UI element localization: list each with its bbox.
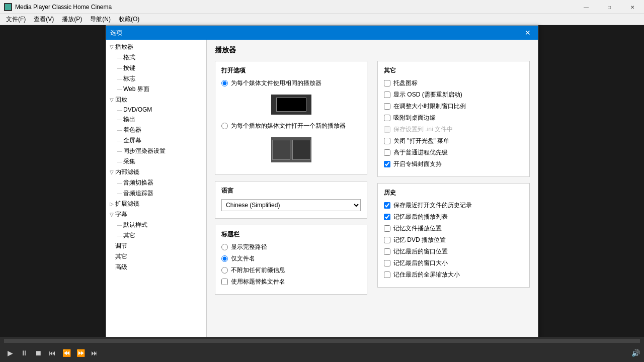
titlebar-radio1-label[interactable]: 显示完整路径: [231, 243, 267, 251]
other-opt-checkbox-7[interactable]: [384, 161, 390, 167]
other-opt-label-6[interactable]: 高于普通进程优先级: [393, 148, 448, 157]
open-option-radio2[interactable]: [221, 123, 228, 129]
tree-item-format[interactable]: — 格式: [106, 52, 206, 63]
tree-item-default-style[interactable]: — 默认样式: [106, 220, 206, 230]
history-checkbox-4[interactable]: [384, 248, 390, 255]
open-option-radio1[interactable]: [221, 80, 228, 86]
open-option-radio1-label[interactable]: 为每个媒体文件使用相同的播放器: [231, 79, 321, 87]
rewind-button[interactable]: ⏪: [60, 347, 72, 359]
open-options-box: 打开选项 为每个媒体文件使用相同的播放器: [215, 61, 367, 175]
tree-item-sub-other[interactable]: — 其它: [106, 230, 206, 241]
other-opt-checkbox-1[interactable]: [384, 92, 390, 98]
history-box: 历史 保存最近打开文件的历史记录 记忆最后的播放列表: [377, 183, 530, 288]
maximize-button[interactable]: □: [598, 0, 621, 14]
tree-item-internal-filters[interactable]: ▽ 内部滤镜: [106, 167, 206, 177]
history-opt-3: 记忆 DVD 播放位置: [384, 236, 523, 244]
other-opt-5: 关闭 "打开光盘" 菜单: [384, 137, 523, 145]
other-opt-checkbox-4[interactable]: [384, 126, 390, 133]
menu-file[interactable]: 文件(F): [2, 14, 30, 25]
titlebar-checkbox[interactable]: [221, 279, 228, 285]
history-label-3[interactable]: 记忆 DVD 播放位置: [393, 236, 446, 244]
pause-button[interactable]: ⏸: [18, 347, 30, 359]
tree-item-web[interactable]: — Web 界面: [106, 84, 206, 95]
dialog-close-button[interactable]: ✕: [522, 27, 534, 39]
titlebar-radio1[interactable]: [221, 244, 228, 250]
menu-play[interactable]: 播放(P): [58, 14, 86, 25]
other-opt-checkbox-5[interactable]: [384, 138, 390, 144]
menu-favorites[interactable]: 收藏(O): [115, 14, 143, 25]
titlebar-radio2-label[interactable]: 仅文件名: [231, 254, 255, 263]
tree-item-shader[interactable]: — 着色器: [106, 125, 206, 135]
tree-item-audio-switcher[interactable]: — 音频切换器: [106, 177, 206, 188]
other-opt-label-1[interactable]: 显示 OSD (需要重新启动): [393, 90, 462, 99]
tree-item-dvd[interactable]: — DVD/OGM: [106, 105, 206, 114]
tree-item-sync[interactable]: — 同步渲染器设置: [106, 146, 206, 156]
other-opt-2: 在调整大小时限制窗口比例: [384, 102, 523, 111]
history-label-5[interactable]: 记忆最后的窗口大小: [393, 259, 448, 267]
dash-icon6: —: [116, 117, 123, 122]
preview2-screen1: [272, 140, 290, 160]
tree-item-fullscreen[interactable]: — 全屏幕: [106, 135, 206, 146]
other-opt-6: 高于普通进程优先级: [384, 148, 523, 157]
titlebar-checkbox-label[interactable]: 使用标题替换文件名: [231, 278, 285, 286]
history-checkbox-3[interactable]: [384, 237, 390, 243]
titlebar-radio3-label[interactable]: 不附加任何前缀信息: [231, 266, 285, 275]
menu-nav[interactable]: 导航(N): [86, 14, 115, 25]
close-button[interactable]: ✕: [621, 0, 644, 14]
next-button[interactable]: ⏭: [89, 347, 101, 359]
tree-item-capture[interactable]: — 采集: [106, 156, 206, 167]
history-label-1[interactable]: 记忆最后的播放列表: [393, 213, 448, 221]
other-opt-label-5[interactable]: 关闭 "打开光盘" 菜单: [393, 137, 449, 145]
history-label-6[interactable]: 记住最后的全屏缩放大小: [393, 270, 460, 279]
history-label-4[interactable]: 记忆最后的窗口位置: [393, 247, 448, 256]
history-checkbox-2[interactable]: [384, 225, 390, 232]
other-opt-label-4[interactable]: 保存设置到 .ini 文件中: [393, 125, 453, 134]
other-opt-label-0[interactable]: 托盘图标: [393, 79, 418, 87]
tree-item-ext-filter[interactable]: ▷ 扩展滤镜: [106, 199, 206, 209]
volume-icon[interactable]: 🔊: [631, 349, 640, 357]
history-checkbox-5[interactable]: [384, 260, 390, 266]
other-opt-checkbox-0[interactable]: [384, 80, 390, 86]
open-option-radio2-label[interactable]: 为每个播放的媒体文件打开一个新的播放器: [231, 122, 346, 130]
app-icon: [4, 3, 12, 11]
other-opt-label-7[interactable]: 开启专辑封面支持: [393, 160, 442, 168]
tree-item-playback[interactable]: ▽ 回放: [106, 95, 206, 105]
prev-button[interactable]: ⏮: [46, 347, 58, 359]
other-opt-3: 吸附到桌面边缘: [384, 114, 523, 122]
titlebar-radio1-row: 显示完整路径: [221, 243, 361, 251]
tree-item-flags[interactable]: — 标志: [106, 73, 206, 84]
tree-item-output[interactable]: — 输出: [106, 114, 206, 125]
play-button[interactable]: ▶: [4, 347, 16, 359]
open-option-radio2-row: 为每个播放的媒体文件打开一个新的播放器: [221, 122, 361, 130]
tree-item-subtitle[interactable]: ▽ 字幕: [106, 209, 206, 220]
history-opt-1: 记忆最后的播放列表: [384, 213, 523, 221]
language-select[interactable]: Chinese (Simplified) English Japanese Ko…: [221, 199, 361, 211]
tree-item-keys[interactable]: — 按键: [106, 63, 206, 73]
player-area: www.kkx.net 选项 ✕ ▽ 播放器 — 格式 —: [0, 25, 644, 337]
minimize-button[interactable]: —: [575, 0, 598, 14]
dash-icon: —: [116, 55, 123, 60]
other-opt-checkbox-2[interactable]: [384, 103, 390, 110]
menu-view[interactable]: 查看(V): [30, 14, 58, 25]
tree-item-player[interactable]: ▽ 播放器: [106, 42, 206, 52]
tree-item-other[interactable]: 其它: [106, 251, 206, 262]
history-label-0[interactable]: 保存最近打开文件的历史记录: [393, 201, 472, 210]
history-checkbox-6[interactable]: [384, 272, 390, 278]
dialog-titlebar: 选项 ✕: [106, 26, 538, 40]
other-opt-checkbox-6[interactable]: [384, 149, 390, 156]
other-opt-label-2[interactable]: 在调整大小时限制窗口比例: [393, 102, 466, 111]
other-opt-label-3[interactable]: 吸附到桌面边缘: [393, 114, 436, 122]
tree-item-adjust[interactable]: 调节: [106, 241, 206, 251]
tree-item-audio-decoder[interactable]: — 音频追踪器: [106, 188, 206, 199]
titlebar-radio2[interactable]: [221, 255, 228, 262]
history-title: 历史: [384, 189, 523, 197]
history-label-2[interactable]: 记忆文件播放位置: [393, 224, 442, 233]
tree-item-advanced[interactable]: 高级: [106, 262, 206, 273]
history-checkbox-0[interactable]: [384, 202, 390, 209]
other-opt-checkbox-3[interactable]: [384, 115, 390, 121]
stop-button[interactable]: ⏹: [32, 347, 44, 359]
history-checkbox-1[interactable]: [384, 214, 390, 220]
titlebar-radio3[interactable]: [221, 267, 228, 274]
forward-button[interactable]: ⏩: [74, 347, 87, 359]
seek-bar[interactable]: [4, 339, 640, 343]
